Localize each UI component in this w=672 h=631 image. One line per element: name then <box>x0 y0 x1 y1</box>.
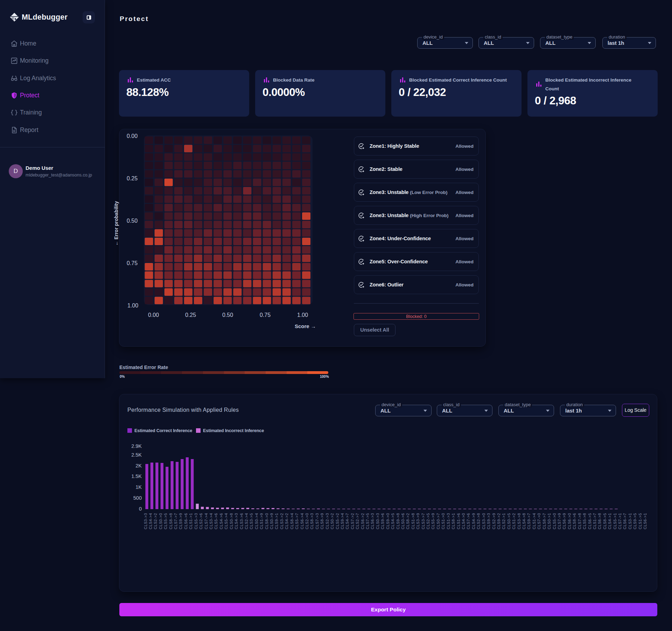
svg-text:CLS1->5: CLS1->5 <box>638 513 642 529</box>
svg-text:CLS8->9: CLS8->9 <box>320 513 324 529</box>
svg-text:CLS6->4: CLS6->4 <box>300 513 304 529</box>
svg-text:CLS2->0: CLS2->0 <box>305 513 309 529</box>
svg-text:CLS7->5: CLS7->5 <box>365 513 370 529</box>
svg-text:CLS1->6: CLS1->6 <box>456 513 461 529</box>
svg-text:CLS6->8: CLS6->8 <box>597 513 602 529</box>
svg-text:CLS5->2: CLS5->2 <box>335 513 340 529</box>
svg-text:CLS1->9: CLS1->9 <box>259 513 264 529</box>
svg-text:CLS7->9: CLS7->9 <box>557 513 561 529</box>
svg-text:CLS8->1: CLS8->1 <box>451 513 455 529</box>
svg-text:CLS4->3: CLS4->3 <box>234 513 238 529</box>
svg-text:CLS2->7: CLS2->7 <box>355 513 359 529</box>
svg-text:CLS2->8: CLS2->8 <box>476 513 481 529</box>
svg-text:CLS3->1: CLS3->1 <box>628 513 632 529</box>
svg-text:CLS4->8: CLS4->8 <box>522 513 526 529</box>
svg-text:2.5K: 2.5K <box>131 452 142 458</box>
svg-text:2.9K: 2.9K <box>131 443 142 449</box>
svg-text:CLS8->8: CLS8->8 <box>169 513 173 529</box>
svg-text:CLS9->0: CLS9->0 <box>386 513 390 529</box>
svg-text:CLS1->1: CLS1->1 <box>189 513 193 529</box>
svg-text:CLS2->6: CLS2->6 <box>199 513 203 529</box>
svg-text:CLS6->2: CLS6->2 <box>360 513 365 529</box>
svg-text:CLS4->6: CLS4->6 <box>219 513 223 529</box>
svg-text:CLS9->1: CLS9->1 <box>274 513 279 529</box>
svg-text:CLS1->8: CLS1->8 <box>411 513 415 529</box>
svg-text:CLS3->5: CLS3->5 <box>249 513 253 529</box>
svg-text:CLS7->6: CLS7->6 <box>466 513 470 529</box>
svg-text:CLS0->1: CLS0->1 <box>547 513 551 529</box>
svg-text:CLS9->2: CLS9->2 <box>497 513 501 529</box>
svg-text:CLS6->9: CLS6->9 <box>562 513 566 529</box>
svg-text:1K: 1K <box>135 484 142 490</box>
svg-text:CLS0->9: CLS0->9 <box>270 513 274 529</box>
svg-text:CLS5->8: CLS5->8 <box>582 513 587 529</box>
svg-text:CLS6->1: CLS6->1 <box>643 513 647 529</box>
svg-text:CLS2->1: CLS2->1 <box>502 513 506 529</box>
svg-text:CLS5->3: CLS5->3 <box>194 513 198 529</box>
svg-text:2K: 2K <box>135 463 142 469</box>
svg-text:CLS4->2: CLS4->2 <box>285 513 289 529</box>
svg-text:CLS5->1: CLS5->1 <box>613 513 617 529</box>
svg-text:CLS0->0: CLS0->0 <box>159 513 163 529</box>
svg-text:500: 500 <box>133 495 142 501</box>
svg-text:CLS2->5: CLS2->5 <box>426 513 430 529</box>
svg-text:CLS4->0: CLS4->0 <box>461 513 465 529</box>
svg-text:CLS4->5: CLS4->5 <box>391 513 395 529</box>
svg-text:CLS1->3: CLS1->3 <box>446 513 450 529</box>
svg-text:CLS0->4: CLS0->4 <box>254 513 259 529</box>
svg-text:CLS2->9: CLS2->9 <box>492 513 496 529</box>
svg-text:CLS8->5: CLS8->5 <box>603 513 607 529</box>
svg-text:CLS2->4: CLS2->4 <box>244 513 248 529</box>
svg-text:CLS9->8: CLS9->8 <box>396 513 400 529</box>
svg-text:CLS0->5: CLS0->5 <box>507 513 511 529</box>
svg-text:CLS8->4: CLS8->4 <box>290 513 294 529</box>
svg-text:CLS3->9: CLS3->9 <box>416 513 420 529</box>
svg-text:CLS7->3: CLS7->3 <box>315 513 319 529</box>
svg-text:CLS3->7: CLS3->7 <box>421 513 425 529</box>
svg-text:CLS9->6: CLS9->6 <box>380 513 385 529</box>
svg-text:CLS8->7: CLS8->7 <box>542 513 546 529</box>
svg-text:CLS2->2: CLS2->2 <box>153 513 158 529</box>
svg-text:CLS0->6: CLS0->6 <box>401 513 405 529</box>
svg-text:CLS5->5: CLS5->5 <box>163 513 168 529</box>
svg-text:CLS7->1: CLS7->1 <box>618 513 622 529</box>
svg-text:CLS8->6: CLS8->6 <box>572 513 576 529</box>
svg-text:CLS0->8: CLS0->8 <box>229 513 233 529</box>
svg-text:CLS4->9: CLS4->9 <box>471 513 476 529</box>
svg-text:CLS7->4: CLS7->4 <box>204 513 208 529</box>
svg-text:1.5K: 1.5K <box>131 473 142 479</box>
svg-text:CLS5->7: CLS5->7 <box>295 513 299 529</box>
svg-text:← Error probability: ← Error probability <box>113 201 119 246</box>
svg-text:CLS5->9: CLS5->9 <box>431 513 435 529</box>
svg-text:CLS2->3: CLS2->3 <box>325 513 329 529</box>
svg-text:CLS3->6: CLS3->6 <box>239 513 244 529</box>
svg-text:CLS5->0: CLS5->0 <box>552 513 556 529</box>
svg-text:CLS6->3: CLS6->3 <box>370 513 374 529</box>
svg-text:CLS1->7: CLS1->7 <box>593 513 597 529</box>
svg-text:CLS4->1: CLS4->1 <box>608 513 612 529</box>
svg-text:CLS6->7: CLS6->7 <box>623 513 627 529</box>
svg-text:CLS9->5: CLS9->5 <box>633 513 637 529</box>
svg-text:CLS9->7: CLS9->7 <box>527 513 531 529</box>
svg-text:CLS3->4: CLS3->4 <box>209 513 213 529</box>
svg-text:CLS7->0: CLS7->0 <box>537 513 541 529</box>
svg-text:CLS4->7: CLS4->7 <box>345 513 349 529</box>
svg-text:CLS3->2: CLS3->2 <box>280 513 284 529</box>
svg-text:CLS9->4: CLS9->4 <box>340 513 344 529</box>
svg-text:CLS3->8: CLS3->8 <box>517 513 521 529</box>
svg-text:CLS1->4: CLS1->4 <box>532 513 536 529</box>
svg-text:0: 0 <box>139 506 142 512</box>
svg-text:CLS6->6: CLS6->6 <box>184 513 188 529</box>
svg-text:CLS1->2: CLS1->2 <box>512 513 516 529</box>
svg-text:CLS3->3: CLS3->3 <box>144 513 148 529</box>
svg-text:CLS1->0: CLS1->0 <box>441 513 445 529</box>
svg-text:CLS7->7: CLS7->7 <box>174 513 178 529</box>
svg-text:CLS9->9: CLS9->9 <box>178 513 183 529</box>
svg-text:CLS5->6: CLS5->6 <box>214 513 218 529</box>
svg-text:CLS6->0: CLS6->0 <box>567 513 572 529</box>
svg-text:CLS0->7: CLS0->7 <box>436 513 440 529</box>
svg-text:CLS7->2: CLS7->2 <box>350 513 355 529</box>
svg-text:CLS9->3: CLS9->3 <box>486 513 491 529</box>
svg-text:CLS8->0: CLS8->0 <box>265 513 269 529</box>
svg-text:CLS0->2: CLS0->2 <box>330 513 334 529</box>
